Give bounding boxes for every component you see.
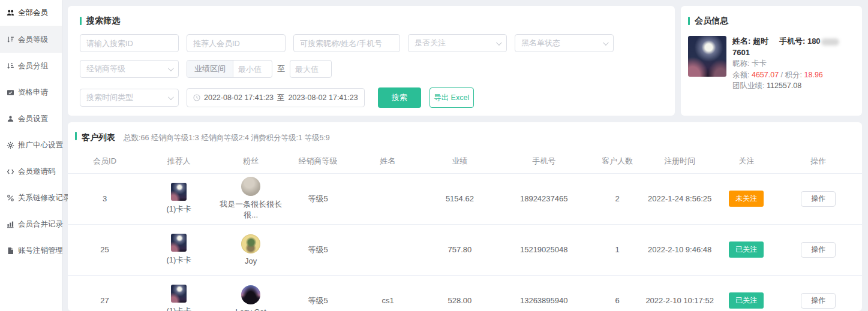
member-balance: 4657.07 bbox=[752, 71, 779, 79]
time-type-select[interactable]: 搜索时间类型 bbox=[80, 89, 179, 107]
fan-nickname: Joy bbox=[245, 256, 257, 265]
page: 全部会员 会员等级 会员分组 资格申请 会员设置 推广中心设置 会员邀请码 关 bbox=[0, 0, 868, 311]
table-row: 25 (1)卡卡 Joy 等级5 757.80 15219025048 1 20… bbox=[68, 224, 862, 275]
customer-list-card: 客户列表 总数:66 经销商等级1:3 经销商等级2:4 消费积分等级:1 等级… bbox=[68, 122, 862, 311]
sidebar-item-label: 会员等级 bbox=[18, 35, 48, 45]
customer-table: 会员ID 推荐人 粉丝 经销商等级 姓名 业绩 手机号 客户人数 注册时间 关注… bbox=[68, 149, 862, 311]
cell-member-id: 25 bbox=[68, 224, 142, 275]
sidebar-item-label: 会员设置 bbox=[18, 114, 48, 124]
referrer-id-input[interactable] bbox=[187, 34, 286, 52]
date-end: 2023-08-02 17:41:23 bbox=[289, 93, 358, 102]
cell-dealer-level: 等级5 bbox=[286, 275, 351, 311]
cell-name bbox=[350, 173, 425, 224]
sidebar-item-member-settings[interactable]: 会员设置 bbox=[0, 105, 62, 132]
member-nickname-line: 昵称: 卡卡 bbox=[732, 58, 855, 70]
follow-status-select[interactable]: 是否关注 bbox=[408, 34, 507, 52]
person-icon bbox=[7, 115, 14, 123]
member-info-card: 会员信息 姓名: 超时手机号: 1807601 昵称: 卡卡 余额: 4657.… bbox=[681, 6, 862, 116]
search-button[interactable]: 搜索 bbox=[378, 87, 421, 108]
cell-member-id: 3 bbox=[68, 173, 142, 224]
sidebar-item-label: 账号注销管理 bbox=[18, 246, 63, 256]
table-header-row: 会员ID 推荐人 粉丝 经销商等级 姓名 业绩 手机号 客户人数 注册时间 关注… bbox=[68, 149, 862, 173]
cell-dealer-level: 等级5 bbox=[286, 224, 351, 275]
phone-redacted-blur bbox=[821, 38, 839, 46]
cell-registered: 2022-2-10 9:46:48 bbox=[641, 224, 718, 275]
member-name-phone-line: 姓名: 超时手机号: 1807601 bbox=[732, 36, 855, 58]
cell-registered: 2022-2-10 10:17:52 bbox=[641, 275, 718, 311]
referrer-name: (1)卡卡 bbox=[166, 306, 191, 311]
title-accent-bar bbox=[80, 17, 82, 25]
cell-customers: 1 bbox=[593, 224, 641, 275]
cell-name bbox=[350, 224, 425, 275]
row-action-button[interactable]: 操作 bbox=[801, 293, 836, 309]
card-check-icon bbox=[7, 89, 14, 96]
sidebar-item-label: 资格申请 bbox=[18, 87, 48, 98]
follow-status-badge: 未关注 bbox=[729, 191, 764, 207]
follow-status-badge: 已关注 bbox=[729, 292, 764, 309]
sort-alpha-icon bbox=[7, 62, 14, 70]
referrer-name: (1)卡卡 bbox=[166, 204, 191, 215]
sidebar-item-member-group[interactable]: 会员分组 bbox=[0, 53, 62, 79]
cell-performance: 757.80 bbox=[425, 224, 494, 275]
referrer-avatar bbox=[171, 183, 187, 201]
sidebar-item-label: 会员邀请码 bbox=[18, 167, 56, 177]
link-icon bbox=[7, 194, 14, 202]
member-phone-prefix: 180 bbox=[807, 37, 821, 46]
col-follow: 关注 bbox=[718, 149, 774, 173]
member-nickname: 卡卡 bbox=[752, 59, 767, 68]
fan-avatar bbox=[241, 234, 260, 253]
member-points: 18.96 bbox=[804, 71, 823, 79]
title-accent-bar bbox=[688, 17, 690, 25]
users-icon bbox=[7, 9, 14, 17]
performance-range-group: 业绩区间 bbox=[187, 60, 272, 78]
member-info-title: 会员信息 bbox=[688, 16, 855, 26]
sidebar-item-label: 会员分组 bbox=[18, 61, 48, 71]
col-phone: 手机号 bbox=[494, 149, 594, 173]
sidebar-item-merge-log[interactable]: 会员合并记录 bbox=[0, 211, 62, 237]
bar-chart-icon bbox=[7, 221, 14, 228]
col-fan: 粉丝 bbox=[217, 149, 286, 173]
member-balance-line: 余额: 4657.07 / 积分: 18.96 bbox=[732, 70, 855, 81]
sidebar-item-account-cancel[interactable]: 账号注销管理 bbox=[0, 237, 62, 264]
member-avatar bbox=[688, 36, 726, 77]
member-phone-suffix: 7601 bbox=[732, 48, 750, 57]
referrer-name: (1)卡卡 bbox=[166, 255, 191, 265]
sidebar-item-invite-code[interactable]: 会员邀请码 bbox=[0, 158, 62, 185]
sidebar-item-qualification[interactable]: 资格申请 bbox=[0, 79, 62, 105]
table-row: 27 (1)卡卡 Lazy Cat 等级5 cs1 528.00 1326389… bbox=[68, 275, 862, 311]
clock-icon bbox=[193, 94, 200, 101]
row-action-button[interactable]: 操作 bbox=[801, 242, 836, 258]
sidebar-item-relation-log[interactable]: 关系链修改记录 bbox=[0, 185, 62, 211]
date-range-picker[interactable]: 2022-08-02 17:41:23 至 2023-08-02 17:41:2… bbox=[187, 88, 365, 107]
cell-registered: 2022-1-24 8:56:25 bbox=[641, 173, 718, 224]
blacklist-status-select[interactable]: 黑名单状态 bbox=[515, 34, 614, 52]
sort-numeric-icon bbox=[7, 36, 14, 44]
performance-max-input[interactable] bbox=[290, 60, 332, 78]
sidebar-item-promotion-settings[interactable]: 推广中心设置 bbox=[0, 132, 62, 158]
col-registered: 注册时间 bbox=[641, 149, 718, 173]
cell-dealer-level: 等级5 bbox=[286, 173, 351, 224]
col-customers: 客户人数 bbox=[593, 149, 641, 173]
row-action-button[interactable]: 操作 bbox=[801, 191, 836, 207]
code-icon bbox=[7, 168, 14, 176]
list-title: 客户列表 bbox=[82, 132, 115, 143]
sidebar-item-label: 会员合并记录 bbox=[18, 219, 63, 230]
cell-performance: 5154.62 bbox=[425, 173, 494, 224]
referrer-avatar bbox=[171, 285, 187, 303]
dealer-level-select[interactable]: 经销商等级 bbox=[80, 60, 179, 78]
sidebar-item-member-level[interactable]: 会员等级 bbox=[0, 26, 62, 53]
performance-min-input[interactable] bbox=[233, 65, 272, 74]
keyword-input[interactable] bbox=[293, 34, 400, 52]
file-icon bbox=[7, 247, 14, 255]
export-excel-button[interactable]: 导出 Excel bbox=[430, 87, 474, 108]
sidebar-item-label: 全部会员 bbox=[18, 8, 48, 18]
cell-customers: 2 bbox=[593, 173, 641, 224]
cell-phone: 15219025048 bbox=[494, 224, 594, 275]
col-referrer: 推荐人 bbox=[142, 149, 216, 173]
cell-customers: 6 bbox=[593, 275, 641, 311]
sidebar-item-all-members[interactable]: 全部会员 bbox=[0, 0, 62, 26]
member-team-line: 团队业绩: 112557.08 bbox=[732, 80, 855, 92]
search-id-input[interactable] bbox=[80, 34, 179, 52]
chevron-down-icon bbox=[168, 94, 174, 100]
table-row: 3 (1)卡卡 我是一条很长很长很... 等级5 5154.62 1892423… bbox=[68, 173, 862, 224]
